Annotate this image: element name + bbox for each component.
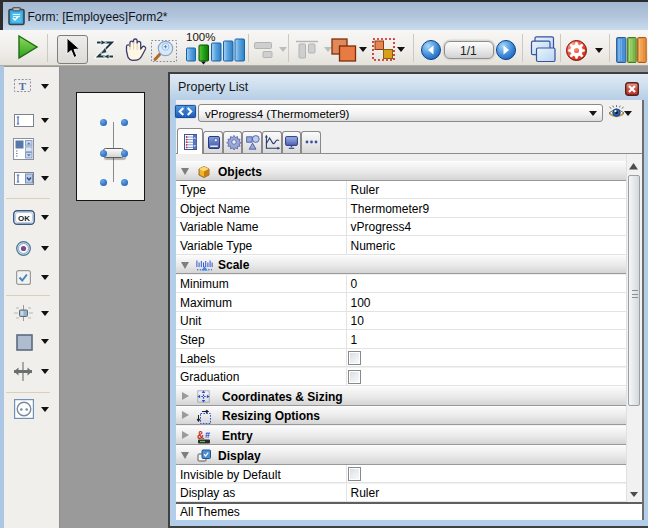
- svg-text:&: &: [197, 430, 204, 441]
- svg-text:#: #: [205, 430, 210, 440]
- svg-text:T: T: [18, 80, 26, 92]
- svg-text:OK: OK: [18, 213, 30, 222]
